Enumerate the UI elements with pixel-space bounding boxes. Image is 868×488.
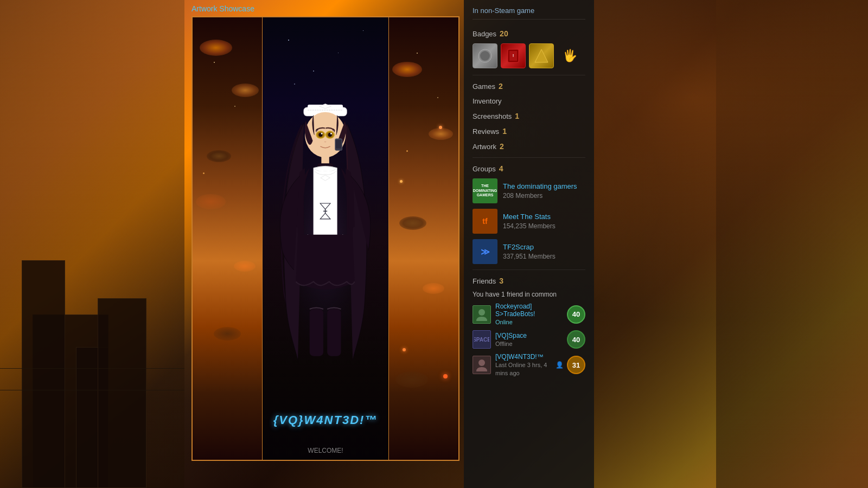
friend-avatar-0 [473,305,491,324]
friend-mutual-icon: 👤 [556,361,564,369]
right-sidebar: In non-Steam game Badges 20 ! [464,0,594,488]
badges-section-row: Badges 20 [473,28,585,39]
group-info-0: The dominating gamers 208 Members [503,182,577,200]
friends-section-row: Friends 3 [473,275,585,286]
artwork-section-row[interactable]: Artwork 2 [473,141,585,152]
center-panel: Artwork Showcase [187,0,464,488]
friend-avatar-1: SPACE [473,330,491,349]
friend-info-2: [VQ]W4NT3D!™ Last Online 3 hrs, 4 mins a… [495,353,556,377]
svg-point-22 [480,51,490,61]
friend-name-2: [VQ]W4NT3D!™ [495,353,556,361]
badges-count: 20 [500,29,508,38]
artwork-frames: {VQ}W4NT3D!™ WELCOME! [192,16,459,461]
artwork-frame-left[interactable] [193,17,263,460]
badge-yellow[interactable] [529,43,554,68]
showcase-title: Artwork Showcase [192,4,459,13]
group-info-1: Meet The Stats 154,235 Members [503,213,556,230]
games-section-row[interactable]: Games 2 [473,81,585,92]
group-members-1: 154,235 Members [503,222,556,230]
friend-info-1: [VQ]Space Offline [495,332,567,348]
divider-3 [473,269,585,270]
svg-rect-20 [328,309,341,356]
friend-level-2: 31 [567,356,585,374]
badge-hand[interactable]: 🖐 [557,43,582,68]
inventory-label: Inventory [473,97,501,105]
groups-label: Groups [473,165,496,173]
svg-point-27 [478,309,485,316]
badge-gray[interactable] [473,43,497,68]
left-spacer [0,0,187,488]
screenshots-count: 1 [515,112,519,120]
group-name-2: TF2Scrap [503,243,556,251]
group-icon-2: ≫ [473,239,497,264]
group-item-2[interactable]: ≫ TF2Scrap 337,951 Members [473,239,585,264]
group-info-2: TF2Scrap 337,951 Members [503,243,556,260]
friend-avatar-2 [473,356,491,374]
friend-item-2[interactable]: [VQ]W4NT3D!™ Last Online 3 hrs, 4 mins a… [473,353,585,377]
welcome-text: WELCOME! [308,447,343,454]
divider-1 [473,75,585,75]
username-watermark: {VQ}W4NT3D!™ [273,413,378,427]
artwork-frame-right[interactable] [389,17,458,460]
friend-status-1: Offline [495,341,513,347]
group-members-0: 208 Members [503,192,542,200]
groups-section-row: Groups 4 [473,163,585,174]
group-icon-0: THEDOMINATINGGAMERS [473,178,497,203]
svg-rect-16 [336,140,342,149]
friend-item-0[interactable]: Rockeyroad] S>TradeBots! Online 40 [473,303,585,326]
artwork-label: Artwork [473,143,496,151]
status-bar: In non-Steam game [473,7,585,20]
group-item-0[interactable]: THEDOMINATINGGAMERS The dominating gamer… [473,178,585,203]
svg-point-29 [478,359,485,366]
badges-row: ! 🖐 [473,43,585,68]
svg-point-13 [321,133,323,134]
groups-count: 4 [499,164,503,173]
artwork-frame-center[interactable]: {VQ}W4NT3D!™ WELCOME! [263,17,388,460]
group-members-2: 337,951 Members [503,253,556,260]
friend-item-1[interactable]: SPACE [VQ]Space Offline 40 [473,330,585,349]
svg-text:!: ! [513,53,514,58]
friends-section: Friends 3 You have 1 friend in common Ro… [473,275,585,377]
group-item-1[interactable]: tf Meet The Stats 154,235 Members [473,209,585,234]
badge-red[interactable]: ! [501,43,526,68]
character-svg [263,17,388,460]
badges-label: Badges [473,30,496,38]
friends-count: 3 [499,277,503,285]
svg-rect-19 [310,309,323,356]
screenshots-section-row[interactable]: Screenshots 1 [473,111,585,121]
friends-label: Friends [473,277,496,285]
games-count: 2 [499,82,503,91]
inventory-section-row[interactable]: Inventory [473,96,585,106]
reviews-section-row[interactable]: Reviews 1 [473,126,585,137]
friend-name-1: [VQ]Space [495,332,567,339]
friend-level-0: 40 [567,305,585,324]
friend-level-1: 40 [567,330,585,349]
friend-common-text: You have 1 friend in common [473,291,585,298]
group-icon-1: tf [473,209,497,234]
friend-status-2: Last Online 3 hrs, 4 mins ago [495,362,547,376]
artwork-count: 2 [500,142,504,151]
reviews-count: 1 [502,127,507,136]
games-label: Games [473,82,495,91]
groups-section: Groups 4 THEDOMINATINGGAMERS The dominat… [473,163,585,264]
group-name-0: The dominating gamers [503,182,577,190]
screenshots-label: Screenshots [473,112,512,120]
svg-marker-26 [535,49,548,62]
reviews-label: Reviews [473,127,499,136]
friend-status-0: Online [495,319,513,325]
group-name-1: Meet The Stats [503,213,556,221]
svg-text:SPACE: SPACE [474,337,489,343]
svg-point-14 [330,133,332,134]
friend-name-0: Rockeyroad] S>TradeBots! [495,303,567,318]
friend-info-0: Rockeyroad] S>TradeBots! Online [495,303,567,326]
divider-2 [473,157,585,158]
